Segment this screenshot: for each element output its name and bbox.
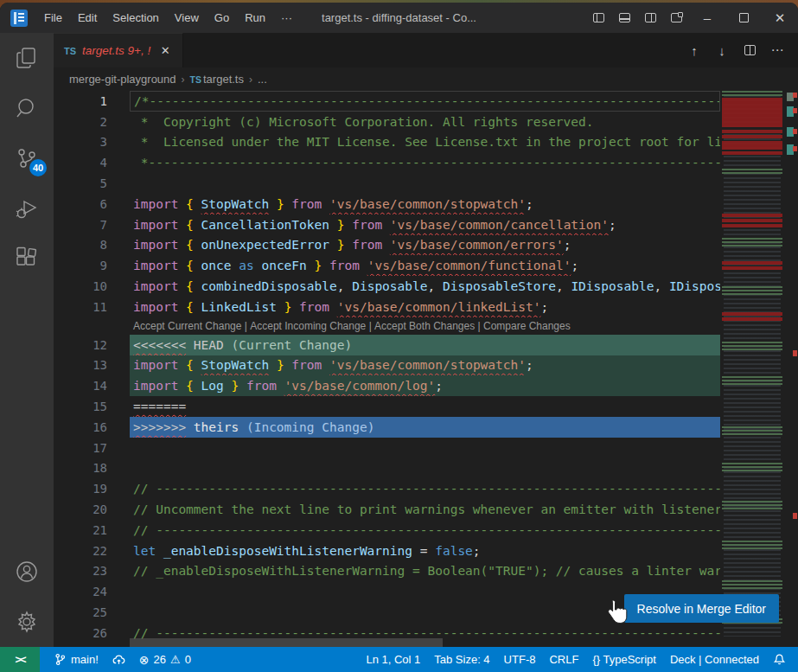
editor-actions: ↑ ↓ ⋯ (682, 33, 798, 67)
status-cursor-position[interactable]: Ln 1, Col 1 (359, 647, 427, 672)
minimize-button[interactable]: – (689, 3, 725, 33)
code-line-6[interactable]: 6import { StopWatch } from 'vs/base/comm… (54, 194, 720, 214)
code-line-5[interactable]: 5 (54, 173, 720, 194)
breadcrumb-item[interactable]: ... (258, 73, 267, 86)
resolve-in-merge-editor-button[interactable]: Resolve in Merge Editor (624, 594, 779, 623)
activity-extensions-icon[interactable] (0, 234, 54, 284)
status-sync[interactable] (105, 647, 132, 672)
notifications-bell-icon[interactable] (766, 647, 793, 672)
menu-view[interactable]: View (167, 8, 207, 29)
menu-file[interactable]: File (36, 8, 70, 29)
customize-layout-icon[interactable] (663, 8, 689, 29)
code-line-10[interactable]: 10import { combinedDisposable, Disposabl… (54, 276, 720, 297)
code-line-15[interactable]: 15======= (54, 396, 720, 417)
line-content: // _enableDisposeWithListenerWarning = B… (130, 561, 720, 582)
status-branch[interactable]: main! (47, 647, 105, 672)
code-line-9[interactable]: 9import { once as onceFn } from 'vs/base… (54, 255, 720, 276)
line-content: import { StopWatch } from 'vs/base/commo… (130, 194, 720, 214)
tab-target-ts[interactable]: TS target.ts 9+, ! ✕ (54, 33, 183, 67)
line-content (130, 458, 720, 479)
activity-settings-icon[interactable] (0, 597, 54, 647)
line-number: 20 (54, 502, 130, 516)
status-eol[interactable]: CRLF (542, 647, 585, 672)
remote-indicator[interactable]: >< (0, 647, 40, 672)
next-change-button[interactable]: ↓ (710, 39, 734, 61)
toggle-secondary-sidebar-icon[interactable] (637, 8, 663, 29)
code-lines: 1/*-------------------------------------… (54, 91, 720, 647)
status-problems[interactable]: ⊗26⚠0 (132, 647, 198, 672)
code-line-1[interactable]: 1/*-------------------------------------… (54, 91, 720, 112)
close-window-button[interactable]: ✕ (762, 3, 798, 33)
toggle-sidebar-icon[interactable] (585, 8, 611, 29)
status-indentation[interactable]: Tab Size: 4 (427, 647, 496, 672)
split-editor-button[interactable] (737, 39, 762, 61)
tab-close-icon[interactable]: ✕ (156, 42, 174, 60)
toggle-panel-icon[interactable] (611, 8, 637, 29)
code-line-7[interactable]: 7import { CancellationToken } from 'vs/b… (54, 214, 720, 235)
line-content: * Licensed under the MIT License. See Li… (130, 132, 720, 153)
code-line-3[interactable]: 3 * Licensed under the MIT License. See … (54, 132, 720, 153)
split-editor-icon (744, 45, 756, 55)
status-deck-connection[interactable]: Deck | Connected (663, 647, 766, 672)
activity-search-icon[interactable] (0, 83, 54, 133)
code-line-13[interactable]: 13import { StopWatch } from 'vs/base/com… (54, 355, 720, 376)
code-line-8[interactable]: 8import { onUnexpectedError } from 'vs/b… (54, 235, 720, 256)
menu-[interactable]: ··· (273, 8, 300, 29)
maximize-button[interactable] (725, 3, 762, 33)
codelens-accept-incoming-change[interactable]: Accept Incoming Change (250, 320, 366, 332)
code-editor[interactable]: 1/*-------------------------------------… (54, 91, 798, 647)
line-content: import { CancellationToken } from 'vs/ba… (130, 214, 720, 235)
code-line-11[interactable]: 11import { LinkedList } from 'vs/base/co… (54, 297, 720, 317)
code-line-25[interactable]: 25 (54, 602, 720, 623)
code-line-23[interactable]: 23// _enableDisposeWithListenerWarning =… (54, 561, 720, 582)
code-line-20[interactable]: 20// Uncomment the next line to print wa… (54, 499, 720, 520)
line-content (130, 173, 720, 194)
code-line-22[interactable]: 22let _enableDisposeWithListenerWarning … (54, 541, 720, 561)
menu-run[interactable]: Run (237, 8, 273, 29)
line-content: *---------------------------------------… (130, 152, 720, 173)
code-line-18[interactable]: 18 (54, 458, 720, 479)
activity-run-debug-icon[interactable] (0, 183, 54, 234)
line-content: import { onUnexpectedError } from 'vs/ba… (130, 235, 720, 256)
vscode-window: target.ts - diffing-dataset - Co... File… (0, 3, 798, 672)
code-line-14[interactable]: 14import { Log } from 'vs/base/common/lo… (54, 375, 720, 396)
line-number: 2 (54, 115, 130, 129)
more-actions-button[interactable]: ⋯ (765, 39, 789, 61)
code-line-12[interactable]: 12<<<<<<< HEAD (Current Change) (54, 335, 720, 355)
activity-explorer-icon[interactable] (0, 33, 54, 83)
code-line-21[interactable]: 21// -----------------------------------… (54, 520, 720, 541)
code-line-17[interactable]: 17 (54, 438, 720, 458)
line-number: 5 (54, 176, 130, 190)
code-line-16[interactable]: 16>>>>>>> theirs (Incoming Change) (54, 417, 720, 438)
activity-source-control-icon[interactable]: 40 (0, 133, 54, 183)
breadcrumb-item[interactable]: merge-git-playground (69, 73, 176, 86)
line-number: 21 (54, 523, 130, 537)
line-number: 12 (54, 338, 130, 352)
line-number: 13 (54, 358, 130, 372)
menu-selection[interactable]: Selection (105, 8, 166, 29)
line-number: 22 (54, 544, 130, 558)
line-content: import { LinkedList } from 'vs/base/comm… (130, 297, 720, 317)
line-number: 3 (54, 135, 130, 149)
status-encoding[interactable]: UTF-8 (497, 647, 543, 672)
line-number: 16 (54, 420, 130, 434)
codelens-accept-both-changes[interactable]: Accept Both Changes (374, 320, 475, 332)
line-number: 9 (54, 259, 130, 272)
codelens-compare-changes[interactable]: Compare Changes (483, 320, 571, 332)
line-content: * Copyright (c) Microsoft Corporation. A… (130, 112, 720, 132)
code-line-2[interactable]: 2 * Copyright (c) Microsoft Corporation.… (54, 112, 720, 132)
titlebar-controls: – ✕ (585, 3, 798, 33)
code-line-24[interactable]: 24 (54, 581, 720, 602)
menu-go[interactable]: Go (207, 8, 237, 29)
previous-change-button[interactable]: ↑ (682, 39, 706, 61)
line-content: // Uncomment the next line to print warn… (130, 499, 720, 520)
minimap[interactable] (720, 91, 786, 647)
code-line-19[interactable]: 19// -----------------------------------… (54, 478, 720, 499)
activity-accounts-icon[interactable] (0, 547, 54, 597)
codelens-accept-current-change[interactable]: Accept Current Change (133, 320, 241, 332)
horizontal-scrollbar[interactable] (130, 638, 443, 647)
status-language-mode[interactable]: {} TypeScript (585, 647, 662, 672)
code-line-4[interactable]: 4 *-------------------------------------… (54, 152, 720, 173)
breadcrumb-item[interactable]: TStarget.ts (190, 73, 244, 86)
menu-edit[interactable]: Edit (70, 8, 105, 29)
